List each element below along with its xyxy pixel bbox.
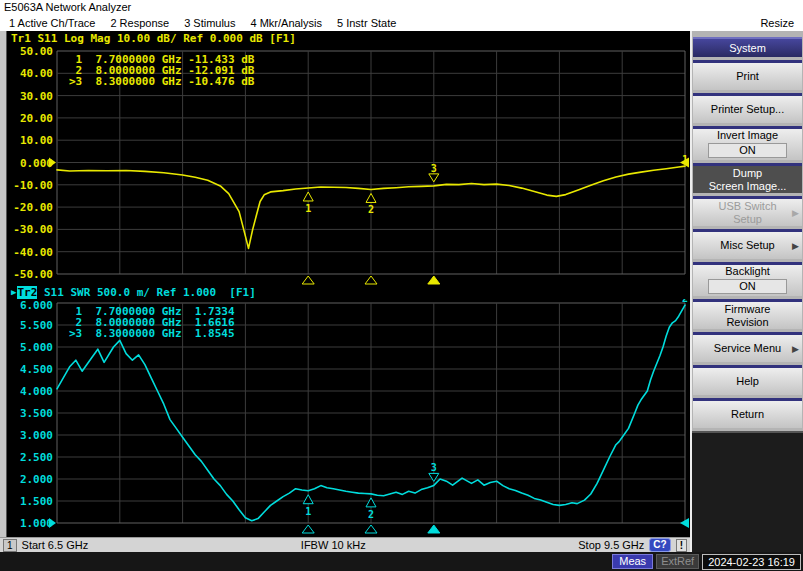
svg-text:2.500: 2.500 xyxy=(20,451,53,464)
svg-text:1: 1 xyxy=(682,154,688,165)
sidebar-button-service-menu[interactable]: Service Menu ▶ xyxy=(693,332,802,362)
svg-text:3.500: 3.500 xyxy=(20,407,53,420)
svg-text:3: 3 xyxy=(431,462,437,473)
status-bar: Meas ExtRef 2024-02-23 16:19 xyxy=(0,552,803,571)
svg-text:2: 2 xyxy=(368,509,374,520)
submenu-arrow-icon: ▶ xyxy=(792,206,799,219)
menu-active-ch-trace[interactable]: 1 Active Ch/Trace xyxy=(9,17,95,29)
extref-status: ExtRef xyxy=(656,554,699,569)
sidebar-button-help[interactable]: Help xyxy=(693,365,802,395)
invert-image-state: ON xyxy=(708,143,787,158)
backlight-state: ON xyxy=(708,279,787,294)
ifbw-setting[interactable]: IFBW 10 kHz xyxy=(301,539,366,551)
menu-resize[interactable]: Resize xyxy=(760,17,794,29)
svg-text:30.00: 30.00 xyxy=(20,90,53,103)
svg-text:>3 8.3000000 GHz 1.8545: >3 8.3000000 GHz 1.8545 xyxy=(69,327,235,340)
menu-response[interactable]: 2 Response xyxy=(110,17,169,29)
instrument-screen: Tr1 S11 Log Mag 10.00 dB/ Ref 0.000 dB [… xyxy=(0,31,690,552)
svg-text:10.00: 10.00 xyxy=(20,134,53,147)
svg-text:3: 3 xyxy=(431,163,437,174)
sidebar-button-firmware-revision[interactable]: Firmware Revision xyxy=(693,299,802,329)
channel-number-badge: 1 xyxy=(3,539,17,552)
svg-text:20.00: 20.00 xyxy=(20,112,53,125)
trace2-name[interactable]: Tr2 xyxy=(17,286,37,299)
svg-text:2: 2 xyxy=(368,204,374,215)
left-edge-strip xyxy=(0,31,7,537)
svg-text:40.00: 40.00 xyxy=(20,67,53,80)
start-frequency[interactable]: Start 6.5 GHz xyxy=(22,539,89,551)
trace2-header: ▶Tr2 S11 SWR 500.0 m/ Ref 1.000 [F1] xyxy=(7,285,689,299)
sidebar-button-misc-setup[interactable]: Misc Setup ▶ xyxy=(693,229,802,259)
svg-text:1: 1 xyxy=(305,506,311,517)
sidebar-empty-area xyxy=(692,431,803,552)
sidebar-button-system[interactable]: System xyxy=(693,37,802,57)
svg-text:-20.00: -20.00 xyxy=(13,201,53,214)
window-title: E5063A Network Analyzer xyxy=(0,0,803,14)
svg-text:1.500: 1.500 xyxy=(20,495,53,508)
svg-text:50.00: 50.00 xyxy=(20,45,53,58)
trace1-plot[interactable]: 50.0040.0030.0020.0010.000.000-10.00-20.… xyxy=(7,45,689,285)
sidebar-button-print[interactable]: Print xyxy=(693,60,802,90)
svg-text:4.000: 4.000 xyxy=(20,385,53,398)
sidebar-button-dump-screen-image[interactable]: Dump Screen Image... xyxy=(693,163,802,193)
svg-text:6.000: 6.000 xyxy=(20,299,53,312)
svg-text:1.000: 1.000 xyxy=(20,517,53,530)
menu-instr-state[interactable]: 5 Instr State xyxy=(337,17,396,29)
meas-status-badge: Meas xyxy=(612,554,653,569)
active-trace-arrow-icon: ▶ xyxy=(11,287,16,297)
menu-mkr-analysis[interactable]: 4 Mkr/Analysis xyxy=(250,17,322,29)
svg-text:2: 2 xyxy=(682,299,688,304)
trace1-header: Tr1 S11 Log Mag 10.00 dB/ Ref 0.000 dB [… xyxy=(7,31,689,45)
datetime-display: 2024-02-23 16:19 xyxy=(702,554,801,570)
svg-text:-50.00: -50.00 xyxy=(13,268,53,281)
menubar: 1 Active Ch/Trace 2 Response 3 Stimulus … xyxy=(0,14,803,31)
sidebar-button-printer-setup[interactable]: Printer Setup... xyxy=(693,93,802,123)
svg-text:3.000: 3.000 xyxy=(20,429,53,442)
trace1-header-text: S11 Log Mag 10.00 dB/ Ref 0.000 dB [F1] xyxy=(31,32,296,45)
svg-text:-40.00: -40.00 xyxy=(13,246,53,259)
sidebar-button-invert-image[interactable]: Invert Image ON xyxy=(693,126,802,160)
svg-text:-30.00: -30.00 xyxy=(13,223,53,236)
sidebar-button-usb-switch-setup[interactable]: USB Switch Setup ▶ xyxy=(693,196,802,226)
svg-text:4.500: 4.500 xyxy=(20,363,53,376)
svg-text:>3 8.3000000 GHz -10.476 dB: >3 8.3000000 GHz -10.476 dB xyxy=(69,75,255,88)
svg-text:-10.00: -10.00 xyxy=(13,179,53,192)
svg-text:1: 1 xyxy=(305,203,311,214)
menu-stimulus[interactable]: 3 Stimulus xyxy=(184,17,235,29)
svg-text:0.000: 0.000 xyxy=(20,157,53,170)
submenu-arrow-icon: ▶ xyxy=(792,239,799,252)
trace2-header-text: S11 SWR 500.0 m/ Ref 1.000 [F1] xyxy=(37,286,256,299)
sidebar-button-return[interactable]: Return xyxy=(693,398,802,428)
warning-icon: ! xyxy=(676,539,687,552)
svg-text:2.000: 2.000 xyxy=(20,473,53,486)
trace1-name[interactable]: Tr1 xyxy=(11,32,31,45)
stop-frequency[interactable]: Stop 9.5 GHz xyxy=(578,539,644,551)
submenu-arrow-icon: ▶ xyxy=(792,342,799,355)
softkey-sidebar: System Print Printer Setup... Invert Ima… xyxy=(690,31,803,552)
svg-text:5.500: 5.500 xyxy=(20,319,53,332)
trace2-plot[interactable]: 6.0005.5005.0004.5004.0003.5003.0002.500… xyxy=(7,299,689,535)
stimulus-bar: 1 Start 6.5 GHz IFBW 10 kHz Stop 9.5 GHz… xyxy=(0,537,690,552)
analyzer-window: E5063A Network Analyzer 1 Active Ch/Trac… xyxy=(0,0,803,571)
sidebar-button-backlight[interactable]: Backlight ON xyxy=(693,262,802,296)
correction-status-badge: C? xyxy=(649,538,670,552)
svg-text:5.000: 5.000 xyxy=(20,341,53,354)
